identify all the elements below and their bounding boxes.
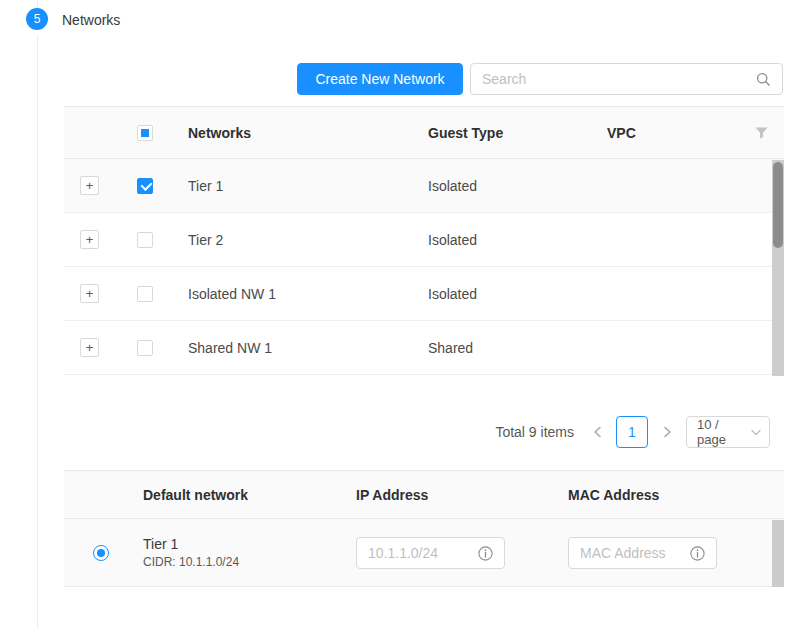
guest-type-value: Isolated — [428, 159, 477, 212]
row-checkbox[interactable] — [137, 232, 153, 248]
networks-table: Networks Guest Type VPC + Tier 1 Isolate… — [64, 106, 784, 375]
row-checkbox[interactable] — [137, 286, 153, 302]
page-size-select[interactable]: 10 / page — [686, 416, 770, 448]
row-checkbox-cell — [137, 159, 153, 212]
radio-cell — [93, 519, 109, 586]
previous-page-button[interactable] — [586, 416, 608, 448]
select-all-checkbox[interactable] — [137, 125, 153, 141]
default-network-row[interactable]: Tier 1 CIDR: 10.1.1.0/24 — [64, 519, 784, 587]
row-checkbox[interactable] — [137, 178, 153, 194]
create-new-network-button[interactable]: Create New Network — [297, 63, 463, 95]
network-info-cell: Tier 1 CIDR: 10.1.1.0/24 — [143, 519, 239, 586]
plus-icon: + — [86, 232, 94, 248]
column-header-vpc: VPC — [607, 107, 636, 158]
expand-row-button[interactable]: + — [80, 284, 99, 303]
expand-row-button[interactable]: + — [80, 176, 99, 195]
info-icon — [690, 546, 716, 561]
step-number-badge: 5 — [26, 8, 48, 30]
ip-address-field[interactable] — [356, 537, 505, 569]
network-name: Tier 1 — [143, 536, 239, 552]
ip-address-input[interactable] — [357, 538, 478, 568]
search-input[interactable] — [471, 64, 756, 94]
page-number-button[interactable]: 1 — [616, 416, 648, 448]
info-icon — [478, 546, 504, 561]
chevron-down-icon — [751, 429, 761, 436]
expand-row-button[interactable]: + — [80, 230, 99, 249]
plus-icon: + — [86, 340, 94, 356]
plus-icon: + — [86, 178, 94, 194]
step-title: Networks — [62, 12, 120, 28]
search-box[interactable] — [470, 63, 783, 95]
table-row[interactable]: + Tier 2 Isolated — [64, 213, 784, 267]
table-scrollbar-track[interactable] — [772, 160, 784, 376]
vpc-filter-icon[interactable] — [746, 107, 776, 158]
expand-cell: + — [80, 213, 99, 266]
column-header-guest-type: Guest Type — [428, 107, 503, 158]
expand-cell: + — [80, 159, 99, 212]
network-name: Tier 2 — [188, 213, 223, 266]
select-all-cell — [137, 107, 153, 158]
network-name: Shared NW 1 — [188, 321, 272, 374]
next-page-button[interactable] — [656, 416, 678, 448]
table-scrollbar-thumb[interactable] — [773, 162, 783, 248]
row-checkbox-cell — [137, 321, 153, 374]
mac-address-field[interactable] — [568, 537, 717, 569]
pagination: Total 9 items 1 10 / page — [64, 416, 770, 448]
plus-icon: + — [86, 286, 94, 302]
guest-type-value: Isolated — [428, 267, 477, 320]
row-checkbox-cell — [137, 267, 153, 320]
network-name: Isolated NW 1 — [188, 267, 276, 320]
step-connector-line-top — [37, 0, 38, 8]
guest-type-value: Isolated — [428, 213, 477, 266]
row-checkbox-cell — [137, 213, 153, 266]
network-cidr: CIDR: 10.1.1.0/24 — [143, 555, 239, 569]
step-number: 5 — [34, 12, 41, 26]
expand-cell: + — [80, 267, 99, 320]
page-size-value: 10 / page — [697, 417, 745, 447]
default-network-table-header: Default network IP Address MAC Address — [64, 471, 784, 519]
row-checkbox[interactable] — [137, 340, 153, 356]
networks-table-header: Networks Guest Type VPC — [64, 107, 784, 159]
search-icon[interactable] — [756, 72, 782, 87]
expand-cell: + — [80, 321, 99, 374]
table-row[interactable]: + Shared NW 1 Shared — [64, 321, 784, 375]
mac-address-input[interactable] — [569, 538, 690, 568]
table-row[interactable]: + Tier 1 Isolated — [64, 159, 784, 213]
table-scrollbar-track[interactable] — [772, 520, 784, 587]
column-header-mac-address: MAC Address — [568, 471, 659, 518]
default-network-radio[interactable] — [93, 545, 109, 561]
step-connector-line — [37, 36, 38, 628]
expand-row-button[interactable]: + — [80, 338, 99, 357]
table-row[interactable]: + Isolated NW 1 Isolated — [64, 267, 784, 321]
column-header-default-network: Default network — [143, 471, 248, 518]
column-header-ip-address: IP Address — [356, 471, 428, 518]
pagination-total: Total 9 items — [495, 424, 574, 440]
network-name: Tier 1 — [188, 159, 223, 212]
column-header-networks: Networks — [188, 107, 251, 158]
default-network-table: Default network IP Address MAC Address T… — [64, 470, 784, 587]
guest-type-value: Shared — [428, 321, 473, 374]
